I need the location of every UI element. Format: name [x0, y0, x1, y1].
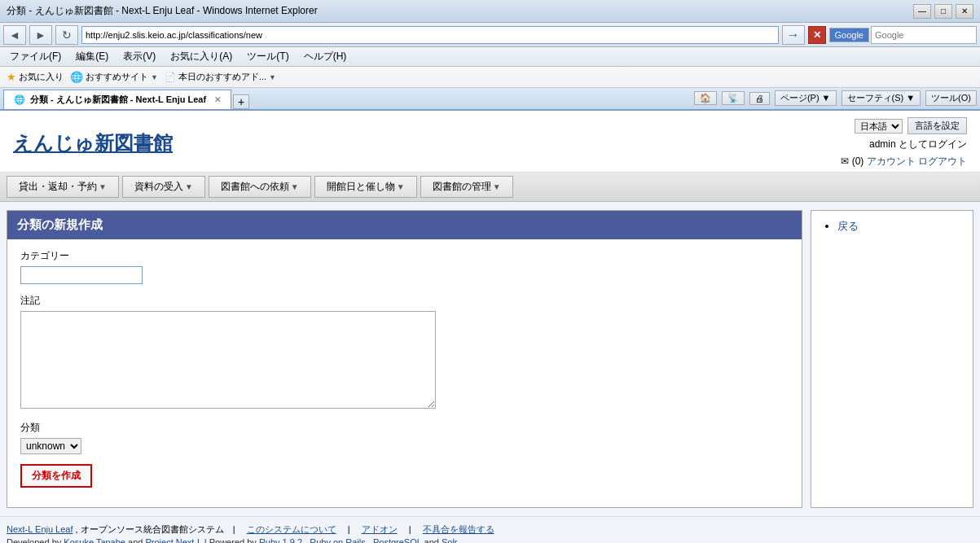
- postgresql-link[interactable]: PostgreSQL: [373, 537, 422, 543]
- footer-line2: Developed by Kosuke Tanabe and Project N…: [7, 537, 973, 543]
- nav-circulation-button[interactable]: 貸出・返却・予約 ▼: [7, 176, 119, 198]
- recommended-label: おすすめサイト: [86, 71, 148, 83]
- lang-row: 日本語 言語を設定: [855, 117, 967, 134]
- safety-button[interactable]: セーフティ(S) ▼: [842, 90, 921, 106]
- user-links: ✉ (0) アカウント ログアウト: [841, 155, 967, 169]
- note-label: 注記: [20, 294, 789, 308]
- maximize-button[interactable]: □: [934, 4, 952, 19]
- tools-button[interactable]: ツール(O): [925, 90, 977, 106]
- main-content: 分類の新規作成 カテゴリー 注記 分類 unknown 分類を作成: [0, 202, 980, 516]
- address-bar: ◄ ► ↻ → ✕ Google: [0, 23, 980, 47]
- search-box-wrap: Google: [829, 26, 977, 44]
- header-right: 日本語 言語を設定 admin としてログイン ✉ (0) アカウント ログアウ…: [841, 117, 967, 169]
- search-provider-icon: Google: [829, 28, 869, 42]
- kosuke-link[interactable]: Kosuke Tanabe: [64, 537, 125, 543]
- nav-circulation-label: 貸出・返却・予約: [19, 180, 97, 194]
- menu-view[interactable]: 表示(V): [116, 48, 162, 65]
- nav-circulation-arrow: ▼: [99, 182, 107, 191]
- menu-file[interactable]: ファイル(F): [3, 48, 68, 65]
- page-button[interactable]: ページ(P) ▼: [775, 90, 837, 106]
- set-language-button[interactable]: 言語を設定: [907, 117, 967, 134]
- form-body: カテゴリー 注記 分類 unknown 分類を作成: [7, 239, 802, 507]
- feeds-button[interactable]: 📡: [722, 91, 745, 105]
- address-input[interactable]: [81, 26, 779, 44]
- menu-help[interactable]: ヘルプ(H): [297, 48, 354, 65]
- refresh-button[interactable]: ↻: [55, 25, 78, 45]
- favorites-bar: ★ お気に入り 🌐 おすすめサイト ▼ 📄 本日のおすすめアド... ▼: [0, 67, 980, 88]
- category-label: カテゴリー: [20, 249, 789, 263]
- today-dropdown-icon: ▼: [269, 73, 276, 81]
- menu-edit[interactable]: 編集(E): [69, 48, 115, 65]
- ruby-link[interactable]: Ruby 1.9.2: [259, 537, 302, 543]
- favorites-label: お気に入り: [19, 71, 64, 83]
- report-bug-link[interactable]: 不具合を報告する: [423, 524, 494, 534]
- logout-link[interactable]: ログアウト: [918, 155, 967, 167]
- menu-tools[interactable]: ツール(T): [240, 48, 295, 65]
- note-group: 注記: [20, 294, 789, 411]
- google-search-input[interactable]: [871, 26, 977, 44]
- nav-requests-button[interactable]: 図書館への依頼 ▼: [209, 176, 311, 198]
- favorites-button[interactable]: ★ お気に入り: [7, 71, 64, 83]
- form-title: 分類の新規作成: [7, 211, 802, 239]
- home-button[interactable]: 🏠: [694, 91, 717, 105]
- nav-menu: 貸出・返却・予約 ▼ 資料の受入 ▼ 図書館への依頼 ▼ 開館日と催し物 ▼ 図…: [0, 173, 980, 202]
- nav-requests-arrow: ▼: [291, 182, 299, 191]
- account-link[interactable]: アカウント: [867, 155, 916, 167]
- active-tab[interactable]: 🌐 分類 - えんじゅ新図書館 - Next-L Enju Leaf ✕: [3, 90, 231, 109]
- today-label: 本日のおすすめアド...: [178, 71, 266, 83]
- classification-label: 分類: [20, 421, 789, 435]
- footer: Next-L Enju Leaf , オープンソース統合図書館システム | この…: [0, 516, 980, 543]
- enju-leaf-link[interactable]: Next-L Enju Leaf: [7, 524, 73, 534]
- forward-button[interactable]: ►: [29, 25, 52, 45]
- addon-link[interactable]: アドオン: [362, 524, 398, 534]
- close-window-button[interactable]: ✕: [956, 4, 973, 19]
- language-select[interactable]: 日本語: [855, 119, 903, 134]
- minimize-button[interactable]: —: [913, 4, 931, 19]
- print-button[interactable]: 🖨: [749, 92, 770, 105]
- star-icon: ★: [7, 71, 16, 83]
- back-button[interactable]: ◄: [3, 25, 26, 45]
- sidebar-back-item: 戻る: [837, 219, 963, 234]
- back-link[interactable]: 戻る: [837, 220, 859, 232]
- site-title[interactable]: えんじゅ新図書館: [13, 130, 173, 156]
- note-textarea[interactable]: [20, 311, 436, 409]
- nav-admin-label: 図書館の管理: [433, 180, 491, 194]
- active-tab-label: 分類 - えんじゅ新図書館 - Next-L Enju Leaf: [30, 94, 206, 106]
- classification-group: 分類 unknown: [20, 421, 789, 454]
- stop-button[interactable]: ✕: [808, 26, 826, 44]
- submit-button[interactable]: 分類を作成: [20, 464, 92, 488]
- recommended-dropdown-icon: ▼: [151, 73, 158, 81]
- solr-link[interactable]: Solr: [442, 537, 458, 543]
- app-header: えんじゅ新図書館 日本語 言語を設定 admin としてログイン ✉ (0) ア…: [0, 111, 980, 173]
- tab-close-icon[interactable]: ✕: [214, 95, 221, 104]
- nav-acquisitions-arrow: ▼: [185, 182, 193, 191]
- sidebar-panel: 戻る: [811, 210, 973, 508]
- recommended-sites-button[interactable]: 🌐 おすすめサイト ▼: [70, 71, 158, 83]
- nav-admin-button[interactable]: 図書館の管理 ▼: [420, 176, 513, 198]
- classification-select[interactable]: unknown: [20, 438, 81, 454]
- today-recommended-button[interactable]: 📄 本日のおすすめアド... ▼: [165, 71, 276, 83]
- footer-line1: Next-L Enju Leaf , オープンソース統合図書館システム | この…: [7, 523, 973, 536]
- menu-bar: ファイル(F) 編集(E) 表示(V) お気に入り(A) ツール(T) ヘルプ(…: [0, 47, 980, 67]
- menu-favorites[interactable]: お気に入り(A): [164, 48, 239, 65]
- nav-acquisitions-button[interactable]: 資料の受入 ▼: [122, 176, 205, 198]
- rails-link[interactable]: Ruby on Rails: [310, 537, 365, 543]
- about-system-link[interactable]: このシステムについて: [247, 524, 336, 534]
- window-controls: — □ ✕: [913, 4, 973, 19]
- nav-admin-arrow: ▼: [493, 182, 501, 191]
- nav-calendar-button[interactable]: 開館日と催し物 ▼: [314, 176, 417, 198]
- nav-calendar-label: 開館日と催し物: [327, 180, 395, 194]
- new-tab-button[interactable]: +: [233, 94, 249, 109]
- tab-bar: 🌐 分類 - えんじゅ新図書館 - Next-L Enju Leaf ✕ + 🏠…: [0, 88, 980, 111]
- ie-icon: 🌐: [70, 71, 83, 83]
- nav-calendar-arrow: ▼: [397, 182, 405, 191]
- sidebar-list: 戻る: [821, 219, 963, 234]
- window-title: 分類 - えんじゅ新図書館 - Next-L Enju Leaf - Windo…: [7, 4, 318, 18]
- go-button[interactable]: →: [782, 25, 805, 45]
- nav-acquisitions-label: 資料の受入: [134, 180, 183, 194]
- mail-icon: ✉: [841, 155, 849, 167]
- category-input[interactable]: [20, 266, 143, 284]
- category-group: カテゴリー: [20, 249, 789, 284]
- project-nextl-link[interactable]: Project Next-L: [145, 537, 201, 543]
- title-bar: 分類 - えんじゅ新図書館 - Next-L Enju Leaf - Windo…: [0, 0, 980, 23]
